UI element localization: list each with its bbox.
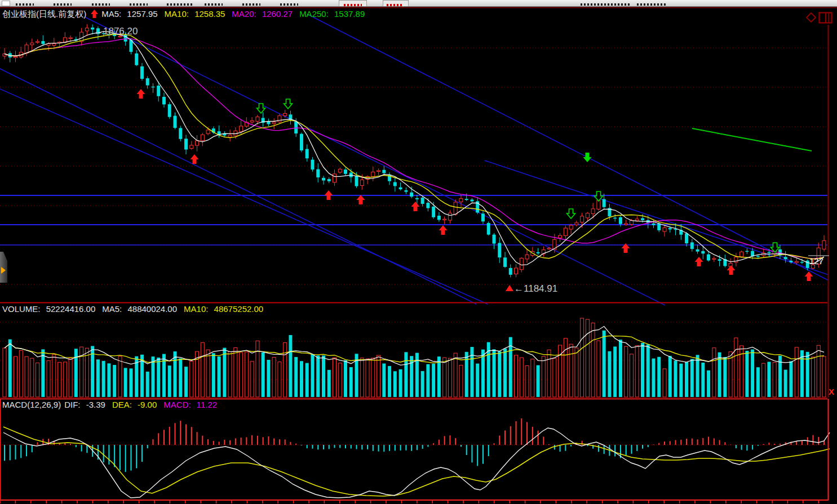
volume-ma10-indicator: MA10: 48675252.00 [184,304,267,314]
split-window-icon[interactable] [818,12,832,24]
ma250-indicator: MA250: 1537.89 [299,9,368,19]
ma20-indicator: MA20: 1260.27 [232,9,296,19]
dea-indicator: DEA: -9.00 [112,400,160,409]
high-price-annotation: ←1876.20 [94,26,138,37]
up-arrow-icon [91,10,98,20]
last-price-tag: 127 [809,256,823,266]
trading-app-window: 创业板指(日线.前复权)MA5: 1257.95MA10: 1258.35MA2… [0,0,837,504]
expand-arrow-icon [1,267,6,274]
diamond-tool-icon[interactable] [806,12,816,23]
macd-pane-header: MACD(12,26,9)DIF: -3.39DEA: -9.00MACD: 1… [2,400,224,409]
instrument-title: 创业板指(日线.前复权) [2,9,86,19]
volume-ma5-indicator: MA5: 48840024.00 [102,304,180,314]
dif-indicator: DIF: -3.39 [64,400,109,409]
ma5-indicator: MA5: 1257.95 [101,9,161,19]
ma10-indicator: MA10: 1258.35 [165,9,229,19]
close-pane-button[interactable]: X [829,387,837,396]
stock-chart-canvas[interactable] [0,0,837,504]
price-pane-header: 创业板指(日线.前复权)MA5: 1257.95MA10: 1258.35MA2… [2,9,371,20]
macd-params: MACD(12,26,9) [2,400,61,409]
low-price-annotation: ←1184.91 [514,283,557,295]
macd-value-indicator: MACD: 11.22 [163,400,220,409]
volume-indicator: VOLUME: 52224416.00 [2,304,99,314]
volume-pane-header: VOLUME: 52224416.00MA5: 48840024.00MA10:… [2,304,270,314]
